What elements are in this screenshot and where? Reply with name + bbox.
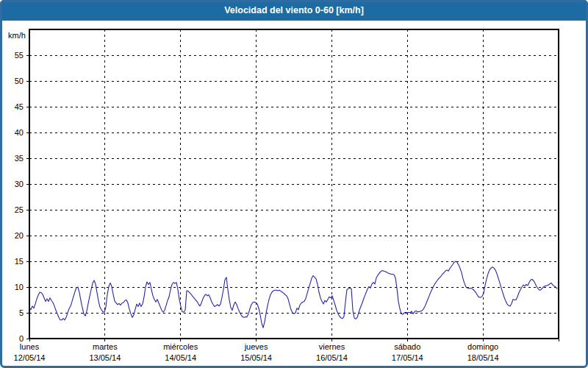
x-day-date-label: 18/05/14 <box>467 353 499 363</box>
x-day-date-label: 13/05/14 <box>89 353 121 363</box>
x-day-date-label: 17/05/14 <box>392 353 423 363</box>
x-day-date-label: 14/05/14 <box>165 353 196 363</box>
y-tick-label: 55 <box>1 50 24 60</box>
y-tick-label: 40 <box>1 127 24 138</box>
wind-speed-chart-window: Velocidad del viento 0-60 [km/h] km/h 05… <box>0 0 588 368</box>
y-tick-label: 45 <box>1 102 24 112</box>
wind-speed-line <box>29 261 557 328</box>
y-tick-label: 35 <box>1 153 24 163</box>
y-tick-label: 5 <box>1 308 24 318</box>
title-bar: Velocidad del viento 0-60 [km/h] <box>0 0 588 21</box>
x-day-date-label: 12/05/14 <box>14 353 46 363</box>
x-day-date-label: 15/05/14 <box>240 353 272 363</box>
y-tick-label: 50 <box>1 76 24 86</box>
y-tick-label: 30 <box>1 179 24 189</box>
y-axis-unit-label: km/h <box>8 31 26 40</box>
chart-canvas <box>24 25 564 344</box>
y-tick-label: 0 <box>1 333 24 344</box>
y-tick-label: 25 <box>1 205 24 215</box>
y-tick-label: 20 <box>1 230 24 241</box>
y-tick-label: 10 <box>1 282 24 292</box>
chart-title: Velocidad del viento 0-60 [km/h] <box>224 5 364 15</box>
y-tick-label: 15 <box>1 256 24 266</box>
x-day-date-label: 16/05/14 <box>316 353 348 363</box>
